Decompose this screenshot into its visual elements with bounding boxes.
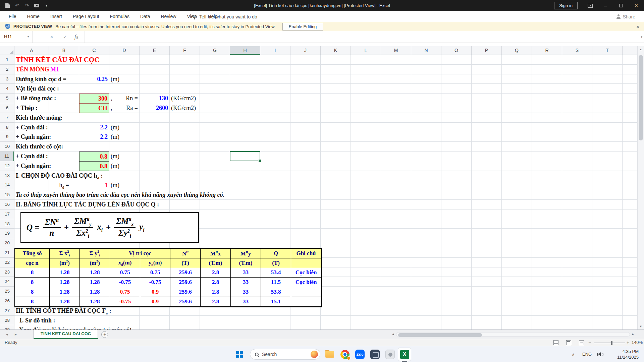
speaker-icon[interactable] (597, 352, 603, 356)
row-header-16[interactable]: 16 (0, 200, 14, 209)
column-header-M[interactable]: M (381, 46, 411, 55)
app-icon-2[interactable] (385, 349, 395, 360)
ribbon-tab-review[interactable]: Review (156, 11, 182, 22)
cell-F6[interactable]: (KG/cm2) (171, 103, 196, 113)
ribbon-tab-formulas[interactable]: Formulas (105, 11, 135, 22)
pile-table-cell[interactable]: (T.m) (231, 258, 261, 268)
column-header-C[interactable]: C (79, 46, 109, 55)
pile-table-cell[interactable]: 1.28 (80, 287, 110, 297)
column-header-I[interactable]: I (260, 46, 290, 55)
cell-F5[interactable]: (KG/cm2) (171, 94, 196, 103)
row-header-17[interactable]: 17 (0, 209, 14, 219)
cell-A9[interactable]: + Cạnh ngắn: (16, 132, 51, 142)
cell-A15[interactable]: Ta có tháp xuyên thủng bao trùm các đầu … (16, 190, 224, 200)
pile-table-cell[interactable]: 1.28 (80, 278, 110, 287)
cell-C14[interactable]: 1 (79, 180, 108, 190)
cell-A29[interactable]: Xem đài cọc là bản consol ngàm tại mép c… (19, 325, 138, 329)
cell-B14[interactable]: hđ = (49, 180, 79, 190)
cell-D14[interactable]: (m) (111, 180, 119, 190)
cell-D8[interactable]: (m) (111, 123, 119, 132)
pile-table-cell[interactable]: yn(m) (140, 258, 170, 268)
selected-cell-outline[interactable] (230, 151, 260, 161)
ribbon-tab-data[interactable]: Data (135, 11, 156, 22)
pile-table-cell[interactable]: Q (261, 249, 291, 258)
column-header-T[interactable]: T (592, 46, 623, 55)
pile-table-cell[interactable]: 1.28 (50, 268, 80, 278)
maximize-button[interactable] (613, 0, 629, 11)
pile-table-cell[interactable]: 1.28 (80, 268, 110, 278)
taskbar-clock[interactable]: 4:35 PM 11/24/2025 (617, 349, 639, 360)
save-icon[interactable] (3, 0, 12, 11)
cell-A13[interactable]: I. CHỌN ĐỘ CAO ĐÀI CỌC hđ : (16, 171, 103, 181)
pile-table-cell[interactable]: Ghi chú (291, 249, 321, 258)
row-header-22[interactable]: 22 (0, 258, 14, 267)
pile-table-cell[interactable]: 259.6 (170, 297, 201, 307)
insert-function-icon[interactable]: fx (74, 31, 78, 43)
scroll-right-icon[interactable]: ► (630, 331, 636, 337)
pile-table-cell[interactable]: 1.28 (50, 278, 80, 287)
pile-table-cell[interactable]: (m2) (50, 258, 80, 268)
cell-A2[interactable]: TÊN MÓNG (16, 65, 49, 74)
pile-table-cell[interactable]: Mtty (231, 249, 261, 258)
ribbon-tab-home[interactable]: Home (22, 11, 45, 22)
normal-view-icon[interactable] (553, 340, 558, 345)
column-header-N[interactable]: N (411, 46, 441, 55)
ribbon-tab-page-layout[interactable]: Page Layout (67, 11, 105, 22)
cell-C11[interactable]: 0.8 (79, 152, 109, 161)
cell-C12[interactable]: 0.8 (79, 161, 109, 171)
spreadsheet-grid[interactable]: Q = ΣNtt n + ΣMtty Σx2i xi + ΣMttx Σy2i … (14, 55, 637, 329)
formula-bar-expand-icon[interactable]: ▾ (641, 31, 642, 43)
row-header-26[interactable]: 26 (0, 296, 14, 306)
row-header-28[interactable]: 28 (0, 316, 14, 325)
cell-D5[interactable]: Rn = (109, 94, 138, 103)
cell-D11[interactable]: (m) (111, 152, 119, 161)
pile-table-cell[interactable]: 2.8 (201, 287, 231, 297)
pile-table-cell[interactable]: 1.28 (50, 297, 80, 307)
pile-table-cell[interactable]: Mttx (201, 249, 231, 258)
cell-A6[interactable]: + Thép : (16, 103, 38, 113)
pile-table-cell[interactable]: 0.9 (140, 287, 170, 297)
pile-table-cell[interactable]: Cọc biên (291, 278, 321, 287)
tab-scroll-right-icon[interactable]: ► (14, 330, 17, 339)
cell-E6[interactable]: 2600 (140, 103, 168, 113)
row-header-19[interactable]: 19 (0, 229, 14, 238)
column-header-D[interactable]: D (109, 46, 140, 55)
pile-table-cell[interactable]: 33 (231, 297, 261, 307)
zoom-slider[interactable] (594, 343, 625, 343)
pile-table-cell[interactable]: 53.8 (261, 287, 291, 297)
column-header-L[interactable]: L (351, 46, 381, 55)
pile-table-cell[interactable] (291, 287, 321, 297)
enable-editing-button[interactable]: Enable Editing (282, 23, 323, 31)
ribbon-tab-insert[interactable]: Insert (45, 11, 67, 22)
zoom-level[interactable]: 140% (630, 339, 643, 346)
cell-D12[interactable]: (m) (111, 161, 119, 171)
zoom-slider-thumb[interactable] (611, 341, 612, 345)
row-header-25[interactable]: 25 (0, 287, 14, 296)
cell-D6[interactable]: Ra = (109, 103, 138, 113)
taskbar-search[interactable]: Search (250, 349, 320, 360)
cell-A10[interactable]: Kích thước cổ cột: (16, 142, 63, 152)
share-button[interactable]: Share (616, 11, 635, 22)
pile-table-cell[interactable]: 8 (15, 278, 50, 287)
undo-icon[interactable]: ↶ (12, 0, 22, 11)
pile-table-cell[interactable] (291, 258, 321, 268)
pile-table-cell[interactable]: (T.m) (201, 258, 231, 268)
row-header-6[interactable]: 6 (0, 103, 14, 113)
cell-A1[interactable]: TÍNH KẾT CẤU ĐÀI CỌC (16, 55, 99, 65)
pile-table-cell[interactable]: Vị trí cọc (110, 249, 170, 258)
ribbon-display-options-icon[interactable] (582, 0, 598, 11)
select-all-corner[interactable] (0, 46, 14, 55)
page-layout-view-icon[interactable] (566, 340, 571, 345)
cell-A28[interactable]: 1. Sơ đồ tính : (19, 316, 55, 325)
column-header-A[interactable]: A (14, 46, 49, 55)
cell-C3[interactable]: 0.25 (79, 74, 108, 84)
pile-table-cell[interactable]: 33 (231, 287, 261, 297)
row-header-18[interactable]: 18 (0, 219, 14, 229)
cell-A16[interactable]: II. BẢNG TÍNH LỰC TÁC DỤNG LÊN ĐẦU CỌC Q… (16, 200, 159, 209)
row-header-7[interactable]: 7 (0, 113, 14, 123)
pile-table-cell[interactable]: 0.75 (140, 268, 170, 278)
close-button[interactable]: × (629, 0, 644, 11)
camera-icon[interactable] (32, 0, 42, 11)
row-header-11[interactable]: 11 (0, 152, 14, 161)
pile-table-cell[interactable]: 11.5 (261, 278, 291, 287)
